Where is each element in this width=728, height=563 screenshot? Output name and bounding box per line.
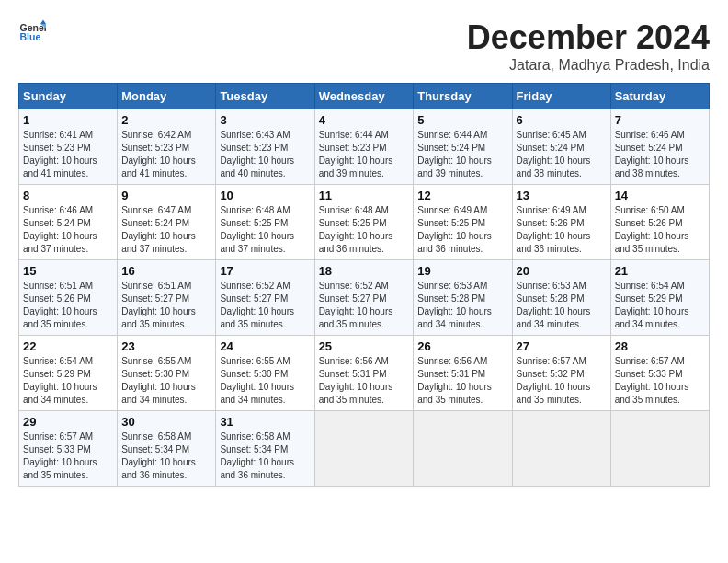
table-row xyxy=(314,411,414,487)
day-info: Sunrise: 6:45 AM Sunset: 5:24 PM Dayligh… xyxy=(517,129,607,180)
day-number: 24 xyxy=(220,339,310,353)
day-info: Sunrise: 6:46 AM Sunset: 5:24 PM Dayligh… xyxy=(23,204,113,256)
table-row xyxy=(414,411,512,487)
table-row: 10 Sunrise: 6:48 AM Sunset: 5:25 PM Dayl… xyxy=(216,185,314,260)
table-row: 15 Sunrise: 6:51 AM Sunset: 5:26 PM Dayl… xyxy=(19,260,118,336)
table-row: 20 Sunrise: 6:53 AM Sunset: 5:28 PM Dayl… xyxy=(512,260,610,336)
day-number: 27 xyxy=(517,339,607,353)
day-number: 13 xyxy=(517,189,607,202)
table-row: 21 Sunrise: 6:54 AM Sunset: 5:29 PM Dayl… xyxy=(610,260,709,336)
day-number: 14 xyxy=(615,189,705,202)
table-row: 24 Sunrise: 6:55 AM Sunset: 5:30 PM Dayl… xyxy=(216,336,314,411)
table-row: 14 Sunrise: 6:50 AM Sunset: 5:26 PM Dayl… xyxy=(610,185,709,260)
calendar-row: 8 Sunrise: 6:46 AM Sunset: 5:24 PM Dayli… xyxy=(19,185,710,260)
month-title: December 2024 xyxy=(467,18,710,57)
day-info: Sunrise: 6:52 AM Sunset: 5:27 PM Dayligh… xyxy=(319,280,410,331)
day-info: Sunrise: 6:56 AM Sunset: 5:31 PM Dayligh… xyxy=(319,355,410,407)
table-row: 11 Sunrise: 6:48 AM Sunset: 5:25 PM Dayl… xyxy=(314,185,414,260)
day-number: 16 xyxy=(121,264,211,278)
day-number: 12 xyxy=(417,189,507,202)
svg-text:Blue: Blue xyxy=(20,31,41,42)
table-row: 25 Sunrise: 6:56 AM Sunset: 5:31 PM Dayl… xyxy=(314,336,414,411)
day-info: Sunrise: 6:53 AM Sunset: 5:28 PM Dayligh… xyxy=(517,280,607,331)
logo-icon: General Blue xyxy=(18,18,46,46)
day-number: 30 xyxy=(121,415,211,429)
day-number: 1 xyxy=(23,113,113,127)
day-info: Sunrise: 6:49 AM Sunset: 5:26 PM Dayligh… xyxy=(517,204,607,256)
day-info: Sunrise: 6:56 AM Sunset: 5:31 PM Dayligh… xyxy=(417,355,507,407)
day-info: Sunrise: 6:54 AM Sunset: 5:29 PM Dayligh… xyxy=(615,280,705,331)
table-row: 16 Sunrise: 6:51 AM Sunset: 5:27 PM Dayl… xyxy=(118,260,216,336)
day-number: 21 xyxy=(615,264,705,278)
day-number: 15 xyxy=(23,264,113,278)
header-monday: Monday xyxy=(118,84,216,109)
table-row: 2 Sunrise: 6:42 AM Sunset: 5:23 PM Dayli… xyxy=(118,109,216,185)
day-number: 5 xyxy=(417,113,507,127)
day-number: 28 xyxy=(615,339,705,353)
table-row: 8 Sunrise: 6:46 AM Sunset: 5:24 PM Dayli… xyxy=(19,185,118,260)
table-row: 3 Sunrise: 6:43 AM Sunset: 5:23 PM Dayli… xyxy=(216,109,314,185)
table-row: 23 Sunrise: 6:55 AM Sunset: 5:30 PM Dayl… xyxy=(118,336,216,411)
table-row: 28 Sunrise: 6:57 AM Sunset: 5:33 PM Dayl… xyxy=(610,336,709,411)
table-row: 18 Sunrise: 6:52 AM Sunset: 5:27 PM Dayl… xyxy=(314,260,414,336)
table-row: 26 Sunrise: 6:56 AM Sunset: 5:31 PM Dayl… xyxy=(414,336,512,411)
day-info: Sunrise: 6:57 AM Sunset: 5:33 PM Dayligh… xyxy=(615,355,705,407)
table-row: 7 Sunrise: 6:46 AM Sunset: 5:24 PM Dayli… xyxy=(610,109,709,185)
day-number: 18 xyxy=(319,264,410,278)
day-info: Sunrise: 6:54 AM Sunset: 5:29 PM Dayligh… xyxy=(23,355,113,407)
day-number: 19 xyxy=(417,264,507,278)
table-row: 13 Sunrise: 6:49 AM Sunset: 5:26 PM Dayl… xyxy=(512,185,610,260)
calendar-table: Sunday Monday Tuesday Wednesday Thursday… xyxy=(18,83,710,487)
day-info: Sunrise: 6:57 AM Sunset: 5:33 PM Dayligh… xyxy=(23,431,113,482)
day-info: Sunrise: 6:51 AM Sunset: 5:27 PM Dayligh… xyxy=(121,280,211,331)
table-row: 19 Sunrise: 6:53 AM Sunset: 5:28 PM Dayl… xyxy=(414,260,512,336)
day-number: 31 xyxy=(220,415,310,429)
day-number: 26 xyxy=(417,339,507,353)
day-info: Sunrise: 6:48 AM Sunset: 5:25 PM Dayligh… xyxy=(220,204,310,256)
day-info: Sunrise: 6:53 AM Sunset: 5:28 PM Dayligh… xyxy=(417,280,507,331)
title-area: December 2024 Jatara, Madhya Pradesh, In… xyxy=(467,18,710,74)
day-number: 7 xyxy=(615,113,705,127)
day-info: Sunrise: 6:46 AM Sunset: 5:24 PM Dayligh… xyxy=(615,129,705,180)
header-sunday: Sunday xyxy=(19,84,118,109)
day-number: 8 xyxy=(23,189,113,202)
day-info: Sunrise: 6:58 AM Sunset: 5:34 PM Dayligh… xyxy=(121,431,211,482)
day-info: Sunrise: 6:44 AM Sunset: 5:23 PM Dayligh… xyxy=(319,129,410,180)
day-info: Sunrise: 6:44 AM Sunset: 5:24 PM Dayligh… xyxy=(417,129,507,180)
header-thursday: Thursday xyxy=(414,84,512,109)
calendar-row: 22 Sunrise: 6:54 AM Sunset: 5:29 PM Dayl… xyxy=(19,336,710,411)
day-number: 11 xyxy=(319,189,410,202)
day-number: 2 xyxy=(121,113,211,127)
location-title: Jatara, Madhya Pradesh, India xyxy=(467,57,710,74)
day-info: Sunrise: 6:57 AM Sunset: 5:32 PM Dayligh… xyxy=(517,355,607,407)
day-info: Sunrise: 6:42 AM Sunset: 5:23 PM Dayligh… xyxy=(121,129,211,180)
day-info: Sunrise: 6:47 AM Sunset: 5:24 PM Dayligh… xyxy=(121,204,211,256)
day-info: Sunrise: 6:49 AM Sunset: 5:25 PM Dayligh… xyxy=(417,204,507,256)
table-row: 30 Sunrise: 6:58 AM Sunset: 5:34 PM Dayl… xyxy=(118,411,216,487)
day-number: 10 xyxy=(220,189,310,202)
day-number: 3 xyxy=(220,113,310,127)
day-number: 6 xyxy=(517,113,607,127)
day-number: 22 xyxy=(23,339,113,353)
table-row: 31 Sunrise: 6:58 AM Sunset: 5:34 PM Dayl… xyxy=(216,411,314,487)
table-row xyxy=(512,411,610,487)
table-row: 6 Sunrise: 6:45 AM Sunset: 5:24 PM Dayli… xyxy=(512,109,610,185)
day-info: Sunrise: 6:48 AM Sunset: 5:25 PM Dayligh… xyxy=(319,204,410,256)
day-info: Sunrise: 6:55 AM Sunset: 5:30 PM Dayligh… xyxy=(220,355,310,407)
table-row: 4 Sunrise: 6:44 AM Sunset: 5:23 PM Dayli… xyxy=(314,109,414,185)
header-row: Sunday Monday Tuesday Wednesday Thursday… xyxy=(19,84,710,109)
day-info: Sunrise: 6:43 AM Sunset: 5:23 PM Dayligh… xyxy=(220,129,310,180)
table-row: 29 Sunrise: 6:57 AM Sunset: 5:33 PM Dayl… xyxy=(19,411,118,487)
day-number: 20 xyxy=(517,264,607,278)
table-row: 5 Sunrise: 6:44 AM Sunset: 5:24 PM Dayli… xyxy=(414,109,512,185)
header-saturday: Saturday xyxy=(610,84,709,109)
day-number: 17 xyxy=(220,264,310,278)
table-row: 17 Sunrise: 6:52 AM Sunset: 5:27 PM Dayl… xyxy=(216,260,314,336)
day-number: 9 xyxy=(121,189,211,202)
header-friday: Friday xyxy=(512,84,610,109)
calendar-row: 29 Sunrise: 6:57 AM Sunset: 5:33 PM Dayl… xyxy=(19,411,710,487)
day-number: 4 xyxy=(319,113,410,127)
page-header: General Blue December 2024 Jatara, Madhy… xyxy=(18,18,710,74)
day-number: 29 xyxy=(23,415,113,429)
table-row: 9 Sunrise: 6:47 AM Sunset: 5:24 PM Dayli… xyxy=(118,185,216,260)
